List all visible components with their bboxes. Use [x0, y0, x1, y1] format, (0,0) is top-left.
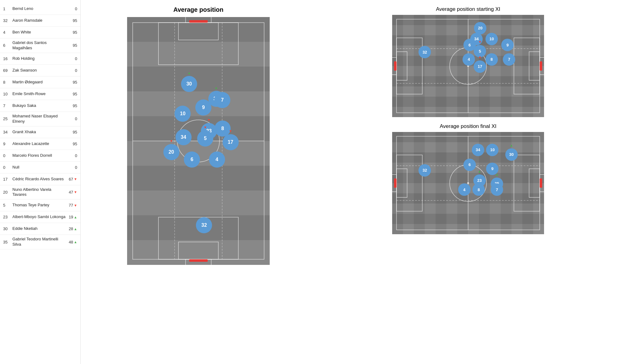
svg-rect-5: [179, 23, 219, 40]
dot-number: 34: [181, 134, 186, 140]
arrow-down-icon: ▼: [204, 125, 207, 129]
player-dot: 6: [463, 159, 476, 171]
dot-number: 8: [478, 187, 480, 192]
player-minutes: 95: [66, 130, 77, 134]
dot-number: 5: [204, 136, 207, 141]
player-dot: 10: [485, 33, 498, 45]
arrow-down-icon: ▼: [74, 190, 77, 194]
player-name: Gabriel dos Santos Magalhães: [12, 40, 66, 51]
dot-number: 9: [507, 43, 509, 47]
player-row: 6Gabriel dos Santos Magalhães95: [0, 38, 80, 53]
pitch: ▲309▲357108▼23▼534▼17▼206432: [127, 17, 270, 265]
player-dot: 6: [184, 151, 200, 168]
player-dot: ▲30: [181, 76, 197, 92]
player-number: 35: [3, 240, 12, 244]
player-number: 1: [3, 7, 12, 11]
player-minutes: 95: [66, 30, 77, 35]
player-number: 25: [3, 116, 12, 121]
player-number: 69: [3, 68, 12, 73]
player-row: 17Cédric Ricardo Alves Soares67▼: [0, 173, 80, 185]
player-name: Mohamed Naser Elsayed Elneny: [12, 114, 66, 124]
player-row: 7Bukayo Saka95: [0, 100, 80, 112]
player-row: 32Aaron Ramsdale95: [0, 15, 80, 27]
player-dot: 10: [486, 144, 498, 156]
player-dot: 34: [472, 144, 484, 156]
svg-rect-27: [540, 61, 542, 71]
main-pitch-title: Average position: [173, 6, 224, 13]
player-list: 1Bernd Leno032Aaron Ramsdale954Ben White…: [0, 0, 81, 364]
player-row: 34Granit Xhaka95: [0, 126, 80, 138]
arrow-up-icon: ▲: [495, 173, 499, 176]
player-number: 4: [3, 30, 12, 35]
dot-number: 7: [221, 97, 224, 103]
final-xi-container: Average position final XI 3410▲306932▲23…: [319, 123, 617, 234]
player-dot: 34: [175, 129, 192, 145]
svg-rect-40: [394, 178, 396, 188]
player-name: Bernd Leno: [12, 6, 66, 11]
player-number: 20: [3, 190, 12, 195]
arrow-up-icon: ▲: [215, 86, 218, 90]
player-row: 69Zak Swanson0: [0, 65, 80, 77]
player-row: 25Mohamed Naser Elsayed Elneny0: [0, 112, 80, 126]
svg-rect-4: [158, 23, 238, 65]
player-row: 0Null0: [0, 162, 80, 173]
player-name: Gabriel Teodoro Martinelli Silva: [12, 237, 66, 247]
player-row: 35Gabriel Teodoro Martinelli Silva48▲: [0, 235, 80, 249]
svg-rect-12: [189, 20, 208, 23]
arrow-down-icon: ▼: [229, 129, 232, 133]
player-dot: 4: [463, 53, 475, 66]
player-number: 0: [3, 165, 12, 170]
svg-rect-26: [394, 61, 396, 71]
svg-rect-8: [179, 242, 219, 259]
player-row: 5Thomas Teye Partey77▼: [0, 200, 80, 211]
player-dot: ▼17: [474, 60, 486, 73]
player-name: Eddie Nketiah: [12, 226, 66, 231]
player-row: 16Rob Holding0: [0, 53, 80, 65]
player-number: 6: [3, 43, 12, 48]
player-name: Rob Holding: [12, 56, 66, 61]
player-name: Cédric Ricardo Alves Soares: [12, 177, 66, 182]
dot-number: 32: [201, 222, 207, 228]
dot-number: 5: [479, 49, 481, 54]
dot-number: 8: [221, 126, 224, 131]
svg-point-31: [467, 182, 469, 184]
player-name: Albert-Mboyo Sambi Lokonga: [12, 214, 66, 220]
player-number: 8: [3, 80, 12, 85]
player-number: 0: [3, 153, 12, 158]
player-number: 9: [3, 142, 12, 146]
player-name: Bukayo Saka: [12, 103, 66, 108]
dot-number: 6: [468, 162, 471, 167]
player-minutes: 95: [66, 92, 77, 96]
player-minutes: 95: [66, 43, 77, 48]
svg-rect-35: [514, 155, 540, 211]
player-number: 17: [3, 177, 12, 182]
arrow-down-icon: ▼: [478, 55, 482, 59]
player-number: 7: [3, 103, 12, 108]
arrow-down-icon: ▼: [74, 177, 77, 181]
player-name: Marcelo Flores Dorrell: [12, 153, 66, 158]
arrow-up-icon: ▲: [74, 215, 77, 219]
svg-rect-32: [396, 155, 422, 211]
player-minutes: 28▲: [66, 226, 77, 231]
dot-number: 10: [180, 111, 185, 116]
player-dot: 32: [418, 46, 431, 58]
player-name: Alexandre Lacazette: [12, 141, 66, 147]
dot-number: 23: [477, 178, 482, 183]
player-number: 34: [3, 130, 12, 134]
player-number: 16: [3, 56, 12, 61]
dot-number: 30: [186, 81, 192, 87]
player-minutes: 77▼: [66, 203, 77, 208]
player-dot: ▼17: [223, 134, 239, 150]
dot-number: 4: [463, 187, 465, 192]
dot-number: 10: [489, 37, 494, 41]
player-minutes: 0: [66, 68, 77, 73]
svg-rect-19: [396, 52, 407, 80]
arrow-down-icon: ▼: [207, 118, 211, 122]
player-name: Null: [12, 165, 66, 170]
player-minutes: 95: [66, 142, 77, 146]
svg-rect-13: [189, 259, 208, 262]
dot-number: 34: [476, 147, 480, 152]
player-minutes: 0: [66, 165, 77, 170]
player-dot: ▲30: [505, 148, 518, 161]
player-minutes: 19▲: [66, 215, 77, 219]
